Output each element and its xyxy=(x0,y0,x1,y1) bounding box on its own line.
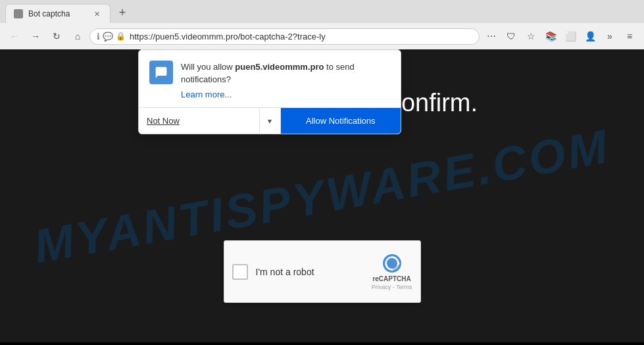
account-button[interactable]: 👤 xyxy=(581,27,599,45)
recaptcha-right: reCAPTCHA Privacy - Terms xyxy=(372,253,412,290)
notification-message: Will you allow puen5.videommm.pro to sen… xyxy=(181,62,355,84)
notification-learn-more-link[interactable]: Learn more... xyxy=(181,90,390,99)
allow-notifications-button[interactable]: Allow Notifications xyxy=(281,108,401,134)
recaptcha-brand-label: reCAPTCHA xyxy=(372,275,410,282)
menu-button[interactable]: ≡ xyxy=(620,27,639,45)
forward-button[interactable]: → xyxy=(26,27,45,45)
recaptcha-links[interactable]: Privacy - Terms xyxy=(372,284,412,290)
refresh-button[interactable]: ↻ xyxy=(47,27,66,45)
lock-icon: 🔒 xyxy=(116,32,126,41)
notification-popup-header: Will you allow puen5.videommm.pro to sen… xyxy=(139,50,401,105)
new-tab-button[interactable]: + xyxy=(113,4,132,22)
notification-message-wrapper: Will you allow puen5.videommm.pro to sen… xyxy=(181,61,390,99)
notification-popup: Will you allow puen5.videommm.pro to sen… xyxy=(138,49,401,134)
recaptcha-box: I'm not a robot reCAPTCHA Privacy - Term… xyxy=(224,240,421,303)
notification-bell-icon xyxy=(149,61,173,84)
tab-close-button[interactable]: ✕ xyxy=(91,9,102,19)
not-now-button[interactable]: Not Now xyxy=(139,108,260,134)
tab-favicon xyxy=(14,9,23,18)
info-icon: ℹ xyxy=(97,32,100,41)
tab-title: Bot captcha xyxy=(28,9,70,18)
notification-domain: puen5.videommm.pro xyxy=(235,62,324,72)
page-content: MYANTISPYWARE.COM To continue, please co… xyxy=(0,49,644,342)
address-bar[interactable]: ℹ 💬 🔒 https://puen5.videommm.pro/bot-cap… xyxy=(89,28,480,45)
not-now-label: Not Now xyxy=(147,116,180,126)
not-now-dropdown-button[interactable]: ▾ xyxy=(260,108,281,134)
browser-chrome: Bot captcha ✕ + ← → ↻ ⌂ ℹ 💬 🔒 https://pu… xyxy=(0,0,644,49)
notification-text-prefix: Will you allow xyxy=(181,62,235,72)
recaptcha-label: I'm not a robot xyxy=(256,267,314,277)
recaptcha-checkbox[interactable] xyxy=(232,264,248,280)
more-button[interactable]: ⋯ xyxy=(482,27,501,45)
svg-rect-0 xyxy=(15,11,22,17)
url-text: https://puen5.videommm.pro/bot-captcha-2… xyxy=(130,32,472,41)
nav-right-icons: ⋯ 🛡 ☆ 📚 ⬜ 👤 » ≡ xyxy=(482,27,639,45)
recaptcha-logo-icon xyxy=(382,253,403,274)
chat-icon: 💬 xyxy=(103,32,113,41)
back-button[interactable]: ← xyxy=(5,27,24,45)
bookmarks-button[interactable]: 📚 xyxy=(541,27,560,45)
reader-button[interactable]: ⬜ xyxy=(561,27,580,45)
tab-bar: Bot captcha ✕ + xyxy=(0,0,644,23)
address-bar-icons: ℹ 💬 🔒 xyxy=(97,32,126,41)
notification-actions: Not Now ▾ Allow Notifications xyxy=(139,107,401,134)
home-button[interactable]: ⌂ xyxy=(68,27,87,45)
navigation-bar: ← → ↻ ⌂ ℹ 💬 🔒 https://puen5.videommm.pro… xyxy=(0,23,644,49)
shield-button[interactable]: 🛡 xyxy=(502,27,520,45)
extend-button[interactable]: » xyxy=(601,27,619,45)
recaptcha-left: I'm not a robot xyxy=(232,264,314,280)
active-tab[interactable]: Bot captcha ✕ xyxy=(5,4,111,23)
dropdown-chevron-icon: ▾ xyxy=(268,117,272,126)
star-button[interactable]: ☆ xyxy=(522,27,540,45)
